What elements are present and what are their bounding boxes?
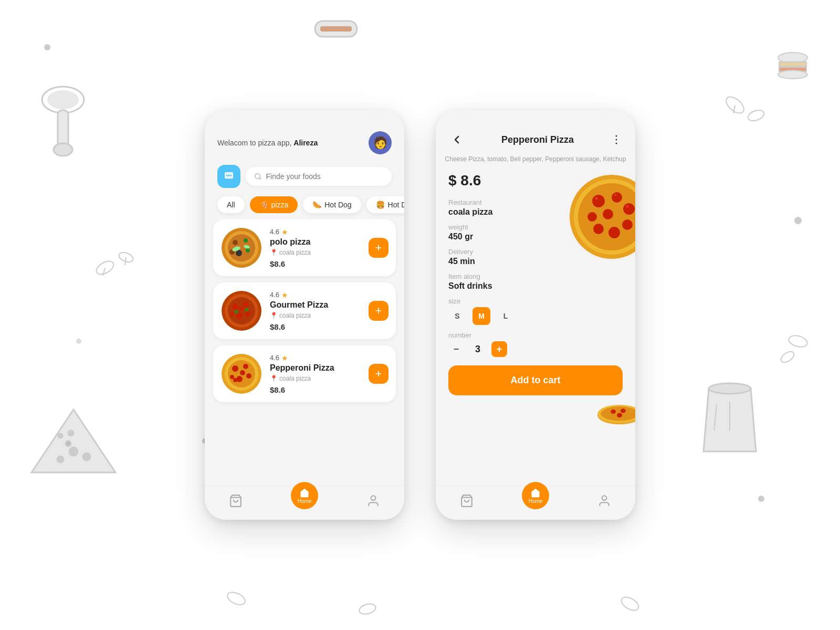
home-circle-left[interactable]: Home <box>291 482 318 509</box>
nav-home-left[interactable]: Home <box>291 492 318 509</box>
food-card-gourmet[interactable]: 4.6 ★ Gourmet Pizza 📍 coala pizza $8.6 + <box>213 282 396 339</box>
nav-home-right[interactable]: Home <box>522 492 549 509</box>
left-header: Welacom to pizza app, Alireza 🧑 <box>205 110 404 161</box>
right-header: Pepperoni Pizza <box>436 110 635 154</box>
food-card-pepperoni[interactable]: 4.6 ★ Pepperoni Pizza 📍 coala pizza $8.6… <box>213 345 396 402</box>
right-bottom-nav: Home <box>436 486 635 520</box>
svg-point-61 <box>235 310 238 313</box>
size-s-button[interactable]: S <box>448 307 466 325</box>
home-icon-right <box>530 488 541 498</box>
location-icon-3: 📍 <box>270 375 278 382</box>
location-icon-2: 📍 <box>270 312 278 319</box>
food-card-polo[interactable]: 4.6 ★ polo pizza 📍 coala pizza $8.6 + <box>213 219 396 276</box>
food-price-polo: $8.6 <box>270 259 361 268</box>
nav-profile-right[interactable] <box>597 494 611 508</box>
nav-cart-right[interactable] <box>460 494 474 508</box>
left-phone: Welacom to pizza app, Alireza 🧑 <box>205 110 404 520</box>
username: Alireza <box>293 139 318 147</box>
search-input[interactable] <box>266 172 383 181</box>
mini-pizza-image <box>593 396 635 438</box>
weight-label: weight <box>448 223 623 231</box>
right-content: $ 8.6 Restaurant coala pizza weight 450 … <box>436 172 635 486</box>
svg-point-91 <box>614 194 617 196</box>
search-row <box>205 161 404 194</box>
chat-icon-button[interactable] <box>217 165 240 188</box>
category-tab-hotdog2[interactable]: 🍔 Hot Dog <box>366 196 404 213</box>
restaurant-label: Restaurant <box>448 198 623 206</box>
svg-point-66 <box>232 365 238 372</box>
size-l-button[interactable]: L <box>497 307 514 325</box>
pizza-subtitle: Cheese Pizza, tomato, Bell pepper, Peppe… <box>436 154 635 164</box>
food-location-gourmet: 📍 coala pizza <box>270 312 361 319</box>
item-along-label: Item along <box>448 272 623 280</box>
welcome-prefix: Welacom to pizza app, <box>217 139 291 147</box>
cart-icon-left <box>229 494 243 508</box>
category-tab-pizza[interactable]: 🍕 pizza <box>250 196 298 213</box>
svg-point-45 <box>233 240 238 245</box>
star-icon-2: ★ <box>281 291 288 299</box>
location-icon: 📍 <box>270 249 278 256</box>
search-icon <box>254 172 262 181</box>
add-button-polo[interactable]: + <box>369 238 388 258</box>
search-bar[interactable] <box>246 167 392 186</box>
profile-icon-right <box>597 494 611 508</box>
svg-point-59 <box>230 312 234 316</box>
svg-point-56 <box>243 302 248 307</box>
food-image-pepperoni <box>220 353 262 395</box>
svg-point-96 <box>611 410 616 414</box>
back-button[interactable] <box>448 131 465 148</box>
page-title: Pepperoni Pizza <box>501 134 574 145</box>
svg-point-44 <box>228 234 255 261</box>
weight-detail: weight 450 gr <box>448 223 623 242</box>
home-circle-right[interactable]: Home <box>522 482 549 509</box>
svg-point-70 <box>230 375 234 379</box>
number-label: number <box>448 331 623 339</box>
add-button-gourmet[interactable]: + <box>369 301 388 321</box>
svg-point-75 <box>615 135 617 137</box>
star-icon: ★ <box>281 228 288 236</box>
add-button-pepperoni[interactable]: + <box>369 364 388 384</box>
size-m-button[interactable]: M <box>472 307 490 325</box>
welcome-message: Welacom to pizza app, Alireza <box>217 138 318 148</box>
profile-icon-left <box>366 494 380 508</box>
category-tab-all[interactable]: All <box>217 196 245 213</box>
nav-profile-left[interactable] <box>366 494 380 508</box>
decrease-button[interactable]: − <box>448 341 464 357</box>
food-image-polo <box>220 227 262 269</box>
weight-value: 450 gr <box>448 232 623 242</box>
food-name-pepperoni: Pepperoni Pizza <box>270 363 361 373</box>
increase-button[interactable]: + <box>491 341 507 357</box>
food-location-polo: 📍 coala pizza <box>270 249 361 256</box>
more-icon <box>610 133 623 146</box>
svg-point-55 <box>232 303 238 310</box>
restaurant-detail: Restaurant coala pizza <box>448 198 623 217</box>
chat-icon <box>223 171 235 182</box>
category-tab-hotdog1[interactable]: 🌭 Hot Dog <box>303 196 361 213</box>
svg-point-48 <box>246 248 250 253</box>
pizza-emoji: 🍕 <box>259 201 268 209</box>
svg-point-76 <box>615 139 617 141</box>
food-info-polo: 4.6 ★ polo pizza 📍 coala pizza $8.6 <box>270 228 361 268</box>
phones-container: Welacom to pizza app, Alireza 🧑 <box>0 0 840 630</box>
nav-cart-left[interactable] <box>229 494 243 508</box>
cart-icon-right <box>460 494 474 508</box>
svg-point-80 <box>574 179 635 255</box>
svg-point-57 <box>236 313 243 319</box>
svg-point-98 <box>617 413 622 418</box>
svg-point-68 <box>236 376 243 382</box>
svg-point-58 <box>245 311 250 317</box>
svg-point-94 <box>596 405 635 423</box>
avatar[interactable]: 🧑 <box>369 131 392 154</box>
star-icon-3: ★ <box>281 354 288 362</box>
delivery-value: 45 min <box>448 257 623 266</box>
svg-point-84 <box>623 203 635 215</box>
add-to-cart-button[interactable]: Add to cart <box>448 365 623 395</box>
price-tag: $ 8.6 <box>448 172 623 189</box>
svg-point-71 <box>240 370 245 375</box>
svg-point-72 <box>233 378 237 382</box>
svg-point-85 <box>622 219 633 230</box>
more-button[interactable] <box>610 133 623 146</box>
svg-point-60 <box>239 307 244 311</box>
food-rating-polo: 4.6 ★ <box>270 228 361 236</box>
home-icon-left <box>299 488 310 498</box>
